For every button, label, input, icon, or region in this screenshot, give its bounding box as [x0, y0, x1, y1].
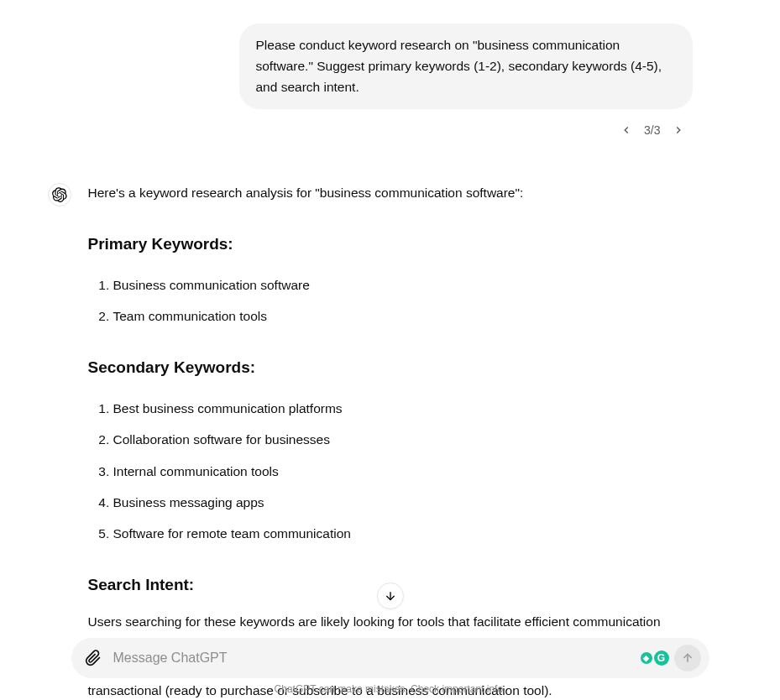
assistant-message-row: Here's a keyword research analysis for "… — [88, 181, 693, 700]
composer-container: ◆ G — [0, 638, 780, 678]
message-input[interactable] — [113, 645, 634, 671]
assistant-intro: Here's a keyword research analysis for "… — [88, 181, 693, 204]
list-item: Business communication software — [113, 269, 693, 300]
user-message: Please conduct keyword research on "busi… — [239, 24, 693, 109]
paperclip-icon — [85, 650, 102, 666]
attach-button[interactable] — [80, 645, 107, 671]
grammarly-icon: G — [654, 650, 669, 666]
arrow-down-icon — [384, 589, 397, 603]
scroll-to-bottom-button[interactable] — [377, 582, 404, 609]
footer-disclaimer: ChatGPT can make mistakes. Check importa… — [0, 683, 780, 695]
composer-right-icons: ◆ G — [641, 645, 701, 671]
list-item: Collaboration software for businesses — [113, 424, 693, 455]
list-item: Team communication tools — [113, 300, 693, 332]
list-item: Business messaging apps — [113, 487, 693, 518]
arrow-up-icon — [681, 651, 694, 665]
composer: ◆ G — [71, 638, 709, 678]
primary-keywords-heading: Primary Keywords: — [88, 230, 693, 258]
chevron-right-icon — [673, 124, 684, 136]
openai-logo-icon — [52, 187, 67, 202]
send-button[interactable] — [674, 645, 701, 671]
secondary-keywords-list: Best business communication platforms Co… — [88, 393, 693, 549]
assistant-avatar — [48, 183, 71, 206]
message-pagination: 3/3 — [88, 121, 688, 139]
chevron-left-icon — [620, 124, 632, 136]
user-message-row: Please conduct keyword research on "busi… — [88, 24, 693, 109]
assistant-message: Here's a keyword research analysis for "… — [88, 181, 693, 700]
grammarly-badge[interactable]: ◆ G — [641, 650, 669, 666]
list-item: Best business communication platforms — [113, 393, 693, 424]
grammarly-small-icon: ◆ — [641, 652, 652, 664]
list-item: Software for remote team communication — [113, 518, 693, 549]
list-item: Internal communication tools — [113, 456, 693, 487]
pagination-counter: 3/3 — [644, 123, 660, 137]
primary-keywords-list: Business communication software Team com… — [88, 269, 693, 332]
prev-message-button[interactable] — [617, 121, 636, 139]
secondary-keywords-heading: Secondary Keywords: — [88, 353, 693, 381]
next-message-button[interactable] — [669, 121, 688, 139]
